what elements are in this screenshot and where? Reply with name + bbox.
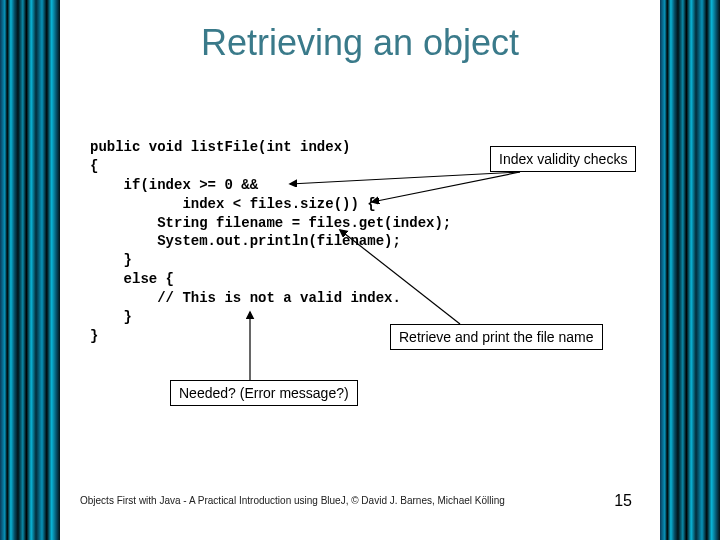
background-left-feather — [0, 0, 60, 540]
annotation-arrows — [60, 0, 660, 540]
arrow-validity-2 — [372, 172, 520, 202]
footer-text: Objects First with Java - A Practical In… — [80, 495, 505, 506]
arrow-retrieve — [340, 230, 460, 324]
slide-content: Retrieving an object public void listFil… — [60, 0, 660, 540]
page-number: 15 — [614, 492, 632, 510]
background-right-feather — [660, 0, 720, 540]
arrow-validity-1 — [290, 172, 520, 184]
